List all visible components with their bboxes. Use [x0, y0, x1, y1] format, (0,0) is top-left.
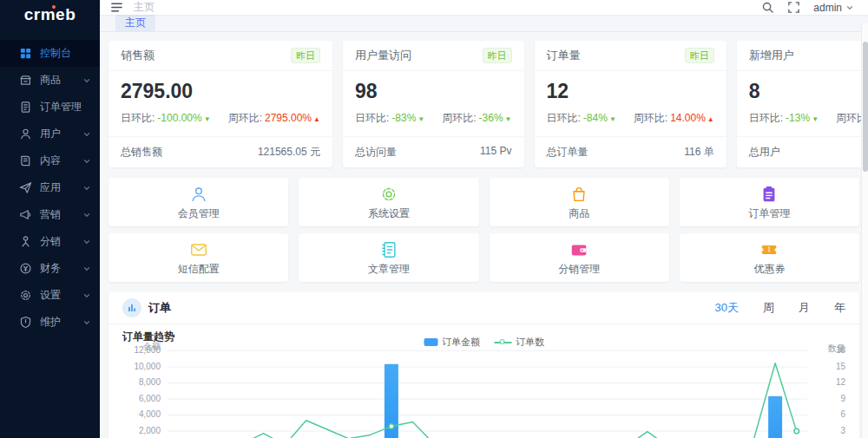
range-tab-1[interactable]: 周: [763, 300, 774, 316]
trend-down-icon: ▼: [204, 115, 211, 123]
tab-bar: 主页: [100, 15, 868, 32]
sidebar-menu: 控制台商品订单管理用户内容应用营销分销财务设置维护: [0, 40, 100, 336]
app-logo-text: crmeb: [24, 5, 76, 24]
dashboard-content: 销售额昨日2795.00日环比:-100.00%▼周环比:2795.00%▲总销…: [100, 32, 868, 438]
range-tab-2[interactable]: 月: [799, 300, 810, 316]
sidebar-item-5[interactable]: 应用: [0, 174, 100, 201]
bar-chart-icon: [122, 298, 141, 317]
shortcut-1[interactable]: 系统设置: [299, 178, 478, 226]
sidebar-item-8[interactable]: 财务: [0, 255, 100, 282]
scrollbar[interactable]: [861, 23, 868, 438]
sidebar-item-3[interactable]: 用户: [0, 121, 100, 147]
legend-bar-swatch: [424, 338, 437, 346]
marketing-icon: [19, 208, 32, 221]
shortcut-label: 系统设置: [368, 206, 410, 221]
shortcut-label: 分销管理: [558, 262, 600, 277]
y-left-tick: 2,000: [122, 427, 161, 435]
stat-card-value: 98: [355, 80, 512, 103]
app-window: crmeb 控制台商品订单管理用户内容应用营销分销财务设置维护 主页 admin: [0, 0, 868, 438]
sidebar-item-6[interactable]: 营销: [0, 201, 100, 228]
content-icon: [19, 154, 32, 167]
goods-icon: [19, 74, 32, 87]
shortcut-6[interactable]: 分销管理: [490, 233, 669, 282]
app-icon: [19, 181, 32, 194]
trend-down-icon: ▼: [505, 115, 512, 123]
shortcut-label: 会员管理: [178, 206, 220, 221]
chevron-down-icon: [82, 130, 91, 139]
distribution-icon: [19, 235, 32, 248]
stat-footer-value: 121565.05 元: [258, 145, 320, 160]
trend-down-icon: ▼: [418, 115, 424, 123]
scrollbar-thumb[interactable]: [863, 42, 868, 172]
sidebar-item-10[interactable]: 维护: [0, 309, 100, 336]
order-icon: [19, 101, 32, 114]
stat-card-title: 用户量访问: [355, 48, 411, 63]
stat-card-title: 销售额: [121, 48, 155, 63]
shortcut-grid: 会员管理系统设置商品订单管理短信配置文章管理分销管理优惠券: [108, 178, 859, 282]
legend-item-order-count[interactable]: 订单数: [494, 336, 544, 349]
search-icon[interactable]: [761, 1, 774, 14]
sidebar-item-1[interactable]: 商品: [0, 67, 100, 94]
y-left-tick: 4,000: [122, 410, 161, 419]
sidebar-item-7[interactable]: 分销: [0, 228, 100, 255]
trend-up-icon: ▲: [707, 115, 714, 123]
shortcut-0[interactable]: 会员管理: [108, 178, 288, 226]
logo-accent-dot: [52, 5, 56, 9]
chart-range-tabs: 30天周月年: [715, 300, 845, 316]
app-logo[interactable]: crmeb: [0, 0, 100, 29]
shortcut-4[interactable]: 短信配置: [108, 233, 288, 282]
shortcut-2[interactable]: 商品: [490, 178, 669, 226]
chevron-down-icon: [82, 157, 91, 166]
chart-body: 订单量趋势 订单金额订单数 金额 数量 12,00010,0008,0006,0…: [122, 328, 845, 438]
chevron-down-icon: [82, 318, 91, 327]
stat-card-row: 销售额昨日2795.00日环比:-100.00%▼周环比:2795.00%▲总销…: [108, 41, 859, 167]
trend-down-icon: ▼: [609, 115, 616, 123]
stat-footer-label: 总销售额: [121, 145, 162, 160]
user-menu[interactable]: admin: [813, 2, 854, 14]
user-icon: [19, 127, 32, 141]
y-left-tick: 10,000: [122, 363, 161, 371]
tab-home[interactable]: 主页: [115, 15, 155, 31]
stat-card-title: 订单量: [547, 48, 581, 63]
sms-mail-icon: [189, 239, 208, 260]
article-icon: [379, 239, 398, 260]
shortcut-3[interactable]: 订单管理: [680, 178, 859, 226]
sidebar-item-0[interactable]: 控制台: [0, 40, 100, 67]
member-icon: [189, 184, 208, 205]
sidebar-item-label: 设置: [40, 288, 82, 303]
shortcut-label: 优惠券: [753, 262, 785, 277]
y-right-tick: 6: [840, 410, 845, 419]
chart-legend: 订单金额订单数: [424, 336, 544, 349]
topbar-actions: admin: [761, 1, 854, 14]
range-tab-0[interactable]: 30天: [715, 300, 739, 316]
chevron-down-icon: [82, 211, 91, 219]
topbar: 主页 admin: [100, 0, 868, 15]
stat-card-value: 8: [749, 80, 868, 103]
coupon-ticket-icon: [760, 239, 779, 260]
sidebar-item-2[interactable]: 订单管理: [0, 94, 100, 121]
chevron-down-icon: [82, 76, 91, 85]
sidebar-item-label: 营销: [40, 207, 82, 222]
shortcut-5[interactable]: 文章管理: [299, 233, 478, 282]
sidebar-item-9[interactable]: 设置: [0, 282, 100, 309]
legend-item-order-amount[interactable]: 订单金额: [424, 336, 480, 349]
stat-card: 订单量昨日12日环比:-84%▼周环比:14.00%▲总订单量116 单: [535, 41, 727, 167]
fullscreen-icon[interactable]: [787, 1, 800, 14]
sidebar-item-4[interactable]: 内容: [0, 147, 100, 174]
shortcut-label: 文章管理: [368, 262, 410, 277]
range-tab-3[interactable]: 年: [834, 300, 845, 316]
chart-plot: [168, 350, 807, 438]
shortcut-7[interactable]: 优惠券: [680, 233, 859, 282]
sidebar-item-label: 订单管理: [40, 100, 91, 114]
week-ratio: 周环比:14.00%▲: [634, 111, 714, 126]
goods-bag-icon: [569, 184, 589, 205]
stat-card-value: 12: [547, 80, 714, 103]
stat-card: 用户量访问昨日98日环比:-83%▼周环比:-36%▼总访问量115 Pv: [343, 41, 524, 167]
y-left-tick: 8,000: [122, 378, 161, 387]
day-ratio: 日环比:-13%▼: [749, 111, 819, 126]
sidebar-item-label: 内容: [40, 154, 82, 168]
y-right-tick: 3: [840, 427, 845, 435]
shortcut-label: 商品: [569, 206, 589, 221]
menu-toggle-icon[interactable]: [110, 1, 123, 14]
y-right-tick: 18: [836, 346, 845, 355]
